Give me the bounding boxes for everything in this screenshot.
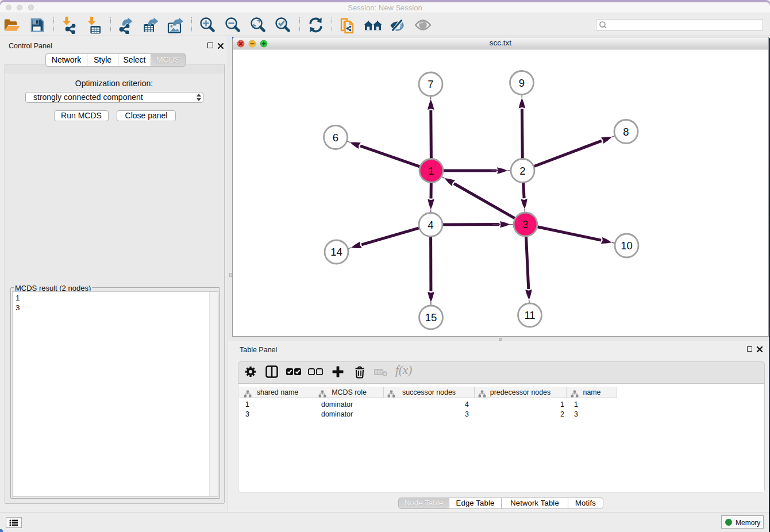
svg-text:1: 1 <box>428 165 434 177</box>
svg-text:8: 8 <box>623 126 629 138</box>
svg-text:6: 6 <box>333 132 338 144</box>
svg-text:2: 2 <box>519 165 525 177</box>
svg-text:9: 9 <box>519 77 525 89</box>
svg-text:7: 7 <box>428 78 433 90</box>
svg-text:11: 11 <box>524 309 535 321</box>
svg-text:4: 4 <box>428 219 433 231</box>
svg-text:10: 10 <box>621 240 633 252</box>
svg-text:15: 15 <box>425 311 437 323</box>
svg-text:3: 3 <box>522 218 528 230</box>
svg-text:14: 14 <box>330 246 342 258</box>
